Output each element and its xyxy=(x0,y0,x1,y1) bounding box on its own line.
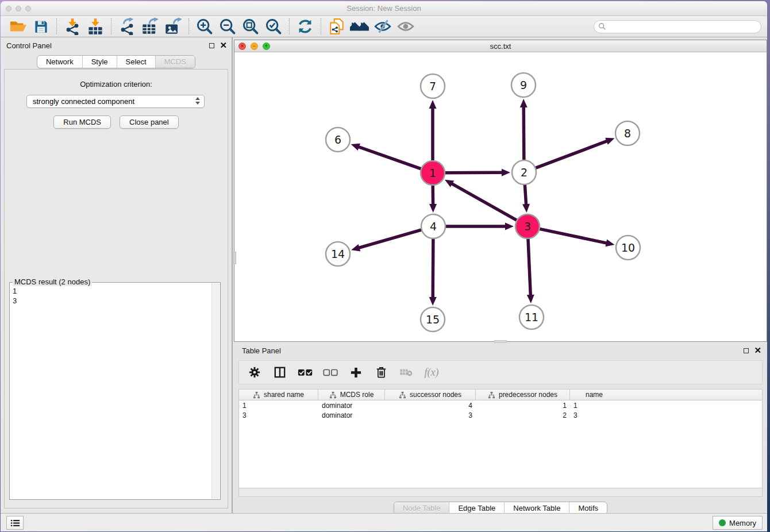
graph-edge-2-3[interactable] xyxy=(525,184,526,205)
search-input[interactable] xyxy=(594,20,761,33)
function-builder-button[interactable]: f(x) xyxy=(422,363,441,381)
export-image-icon xyxy=(164,18,182,35)
graph-edge-3-11[interactable] xyxy=(528,238,530,296)
network-canvas[interactable]: 7968124314101511 xyxy=(234,53,767,341)
delete-table-button[interactable] xyxy=(396,363,416,381)
column-header-shared-name[interactable]: shared name xyxy=(239,390,318,400)
run-mcds-button[interactable]: Run MCDS xyxy=(53,115,111,129)
open-session-button[interactable] xyxy=(6,17,29,36)
memory-button[interactable]: Memory xyxy=(713,516,763,530)
cell-mcds-role[interactable]: dominator xyxy=(318,402,385,410)
cell-predecessor-nodes[interactable]: 1 xyxy=(476,402,570,410)
toolbar-separator xyxy=(188,18,189,34)
criterion-value: strongly connected component xyxy=(33,97,134,106)
deselect-all-button[interactable] xyxy=(321,363,340,381)
cell-shared-name[interactable]: 3 xyxy=(239,411,318,419)
graph-node-label: 9 xyxy=(520,79,527,91)
list-icon xyxy=(10,519,20,527)
columns-icon xyxy=(274,367,286,378)
criterion-dropdown[interactable]: strongly connected component xyxy=(26,95,205,108)
float-panel-icon[interactable] xyxy=(209,43,214,48)
select-all-button[interactable] xyxy=(295,363,315,381)
tab-edge-table[interactable]: Edge Table xyxy=(449,502,504,514)
close-panel-icon[interactable]: ✕ xyxy=(220,43,227,48)
save-session-button[interactable] xyxy=(29,17,52,36)
graph-edge-4-15[interactable] xyxy=(433,238,433,298)
network-graph[interactable]: 7968124314101511 xyxy=(234,53,767,341)
memory-status-icon xyxy=(719,519,726,526)
float-panel-icon[interactable] xyxy=(744,348,749,353)
open-network-file-button[interactable] xyxy=(325,17,348,36)
zoom-in-button[interactable] xyxy=(193,17,216,36)
home-view-button[interactable] xyxy=(348,17,371,36)
delete-row-button[interactable] xyxy=(371,363,391,381)
close-panel-icon[interactable]: ✕ xyxy=(754,348,761,353)
hide-selected-button[interactable] xyxy=(371,17,394,36)
show-all-button[interactable] xyxy=(394,17,417,36)
network-view-window: × − + scc.txt 7968124314101511 xyxy=(234,40,767,342)
cell-mcds-role[interactable]: dominator xyxy=(318,411,385,419)
cell-name[interactable]: 1 xyxy=(570,402,618,410)
control-panel: Control Panel ✕ Network Style Select MCD… xyxy=(1,37,233,513)
cell-shared-name[interactable]: 1 xyxy=(239,402,318,410)
table-row[interactable]: 1 dominator 4 1 1 xyxy=(239,400,762,410)
graph-node-label: 3 xyxy=(524,220,531,233)
titlebar: Session: New Session xyxy=(1,1,767,16)
import-network-button[interactable] xyxy=(61,17,84,36)
show-columns-button[interactable] xyxy=(270,363,290,381)
deselect-all-icon xyxy=(323,368,338,377)
graph-edge-4-14[interactable] xyxy=(359,230,422,248)
graph-node-label: 2 xyxy=(521,166,528,179)
column-header-predecessor-nodes[interactable]: predecessor nodes xyxy=(476,390,570,400)
graph-edge-1-2[interactable] xyxy=(444,172,503,173)
tab-network-table[interactable]: Network Table xyxy=(504,502,569,514)
import-table-button[interactable] xyxy=(84,17,107,36)
task-history-button[interactable] xyxy=(6,516,24,530)
graph-edge-2-9[interactable] xyxy=(523,106,524,161)
window-title: Session: New Session xyxy=(1,4,767,13)
graph-edge-arrowhead xyxy=(522,204,530,213)
cell-successor-nodes[interactable]: 4 xyxy=(385,402,476,410)
cell-successor-nodes[interactable]: 3 xyxy=(385,411,476,419)
tab-select[interactable]: Select xyxy=(117,56,155,68)
graph-edge-2-8[interactable] xyxy=(535,141,608,168)
table-panel-title: Table Panel xyxy=(242,346,281,355)
graph-node-label: 1 xyxy=(429,167,436,179)
graph-edge-arrowhead xyxy=(505,223,514,230)
column-header-mcds-role[interactable]: MCDS role xyxy=(318,390,385,400)
refresh-view-button[interactable] xyxy=(294,17,317,36)
column-settings-button[interactable] xyxy=(245,363,264,381)
splitter-handle[interactable] xyxy=(233,252,236,264)
export-table-button[interactable] xyxy=(138,17,161,36)
table-horizontal-scrollbar[interactable] xyxy=(238,488,763,497)
zoom-fit-button[interactable] xyxy=(239,17,262,36)
tab-network[interactable]: Network xyxy=(37,56,82,68)
cell-name[interactable]: 3 xyxy=(570,411,618,419)
zoom-selected-button[interactable] xyxy=(262,17,285,36)
tab-node-table[interactable]: Node Table xyxy=(394,502,449,514)
cell-predecessor-nodes[interactable]: 2 xyxy=(476,411,570,419)
zoom-out-icon xyxy=(219,18,236,35)
result-scrollbar[interactable] xyxy=(211,283,220,499)
export-image-button[interactable] xyxy=(161,17,184,36)
graph-edge-arrowhead xyxy=(502,169,510,176)
graph-edge-3-1[interactable] xyxy=(451,183,517,221)
export-network-button[interactable] xyxy=(116,17,138,36)
table-panel: Table Panel ✕ xyxy=(234,343,767,513)
table-row[interactable]: 3 dominator 3 2 3 xyxy=(239,410,762,420)
table-panel-header: Table Panel ✕ xyxy=(234,343,767,358)
column-header-name[interactable]: name xyxy=(570,390,618,400)
control-panel-title: Control Panel xyxy=(6,41,52,50)
close-panel-button[interactable]: Close panel xyxy=(120,115,179,129)
graph-edge-3-10[interactable] xyxy=(539,229,607,243)
toolbar-separator xyxy=(56,18,57,34)
column-header-successor-nodes[interactable]: successor nodes xyxy=(385,390,476,400)
tab-motifs[interactable]: Motifs xyxy=(569,502,607,514)
tab-style[interactable]: Style xyxy=(82,56,117,68)
gear-icon xyxy=(249,367,260,378)
save-icon xyxy=(33,19,49,34)
graph-edge-1-6[interactable] xyxy=(358,147,422,169)
add-row-button[interactable] xyxy=(346,363,365,381)
tab-mcds[interactable]: MCDS xyxy=(155,56,195,68)
zoom-out-button[interactable] xyxy=(216,17,239,36)
